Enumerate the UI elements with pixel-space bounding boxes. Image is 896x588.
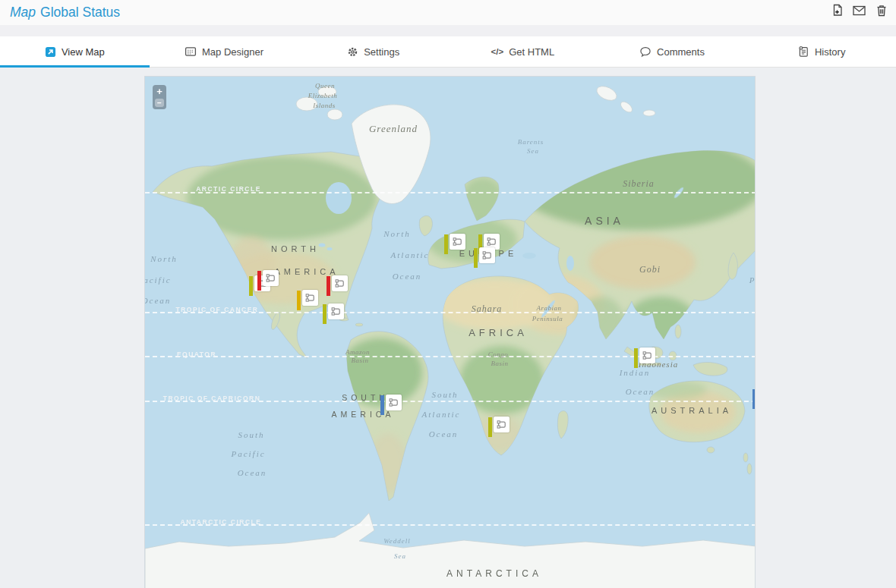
marker-us-east[interactable] bbox=[327, 275, 348, 296]
marker-node-icon bbox=[332, 275, 348, 291]
marker-status-bar bbox=[327, 276, 330, 296]
marker-node-icon bbox=[302, 290, 318, 306]
tab-bar: View MapMap DesignerSettings</>Get HTMLC… bbox=[0, 36, 896, 68]
tab-comments[interactable]: Comments bbox=[598, 36, 747, 67]
delete-button[interactable] bbox=[874, 3, 888, 17]
tab-label: View Map bbox=[62, 46, 105, 58]
trash-icon bbox=[876, 5, 887, 17]
marker-status-bar bbox=[257, 271, 261, 291]
mail-icon bbox=[853, 5, 866, 16]
tab-label: History bbox=[815, 46, 845, 58]
latitude-line bbox=[145, 401, 756, 402]
page-title-prefix: Map bbox=[10, 5, 36, 20]
world-map-canvas bbox=[145, 77, 756, 588]
marker-us-south[interactable] bbox=[297, 290, 318, 310]
title-actions bbox=[830, 3, 888, 17]
header-divider bbox=[0, 25, 896, 36]
tab-label: Get HTML bbox=[509, 46, 554, 58]
marker-indonesia[interactable] bbox=[634, 347, 655, 368]
get-html-icon: </> bbox=[491, 47, 504, 56]
marker-node-icon bbox=[494, 417, 510, 432]
add-file-icon bbox=[831, 4, 844, 17]
marker-node-icon bbox=[450, 234, 465, 250]
history-icon bbox=[797, 46, 809, 58]
marker-status-bar bbox=[249, 276, 253, 296]
marker-brazil[interactable] bbox=[380, 395, 402, 415]
tab-label: Settings bbox=[364, 46, 399, 58]
page-title-text: Global Status bbox=[40, 5, 120, 20]
marker-status-bar bbox=[380, 395, 384, 415]
latitude-line bbox=[145, 312, 756, 313]
content-area: ARCTIC CIRCLETROPIC OF CANCEREQUATORTROP… bbox=[0, 68, 896, 588]
tab-label: Comments bbox=[657, 46, 705, 58]
marker-europe-south[interactable] bbox=[474, 247, 495, 268]
add-file-button[interactable] bbox=[830, 3, 844, 17]
mail-button[interactable] bbox=[852, 3, 866, 17]
latitude-line bbox=[145, 524, 756, 526]
marker-us-west-front[interactable] bbox=[257, 270, 279, 291]
marker-node-icon bbox=[263, 270, 279, 286]
marker-node-icon bbox=[479, 247, 495, 263]
marker-mexico[interactable] bbox=[323, 303, 344, 324]
zoom-in-button[interactable]: + bbox=[153, 86, 166, 97]
marker-status-bar bbox=[488, 417, 492, 437]
marker-status-bar bbox=[474, 248, 478, 268]
marker-south-africa[interactable] bbox=[488, 417, 510, 437]
tab-settings[interactable]: Settings bbox=[298, 36, 448, 67]
tab-view-map[interactable]: View Map bbox=[0, 36, 150, 67]
tab-history[interactable]: History bbox=[746, 36, 896, 67]
marker-status-bar bbox=[297, 291, 301, 310]
comments-icon bbox=[639, 46, 651, 58]
tab-get-html[interactable]: </>Get HTML bbox=[448, 36, 598, 67]
zoom-out-button[interactable]: − bbox=[155, 99, 164, 107]
map-zoom-control: + − bbox=[153, 85, 166, 109]
latitude-line bbox=[145, 192, 756, 193]
tab-label: Map Designer bbox=[202, 46, 263, 58]
view-map-icon bbox=[45, 46, 56, 58]
settings-icon bbox=[347, 46, 358, 58]
title-bar: Map Global Status bbox=[0, 0, 896, 25]
tab-map-designer[interactable]: Map Designer bbox=[150, 36, 299, 67]
marker-edge-partial[interactable] bbox=[752, 388, 756, 409]
marker-status-bar bbox=[634, 348, 638, 368]
latitude-line bbox=[145, 356, 756, 357]
marker-status-bar bbox=[323, 304, 327, 324]
marker-uk[interactable] bbox=[444, 234, 465, 254]
marker-node-icon bbox=[639, 347, 655, 363]
marker-node-icon bbox=[386, 395, 402, 410]
world-map-viewport[interactable]: ARCTIC CIRCLETROPIC OF CANCEREQUATORTROP… bbox=[144, 76, 756, 588]
marker-node-icon bbox=[328, 303, 344, 319]
marker-status-bar bbox=[444, 234, 448, 254]
page-title: Map Global Status bbox=[10, 5, 120, 20]
map-designer-icon bbox=[185, 46, 197, 58]
marker-status-bar bbox=[752, 389, 756, 409]
